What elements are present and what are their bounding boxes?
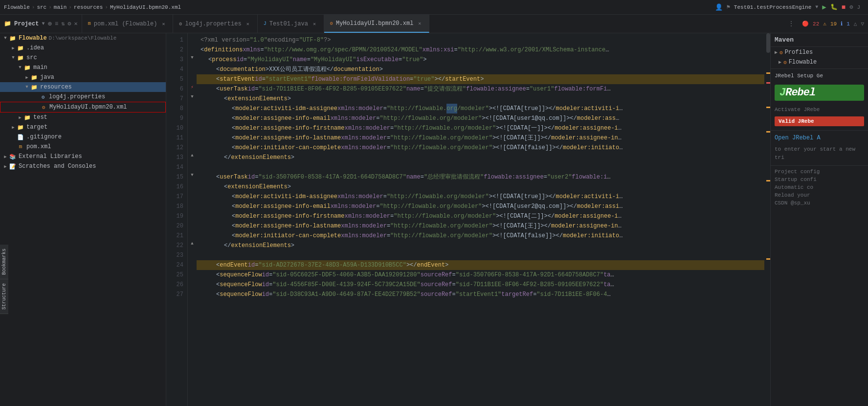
breadcrumb: Flowable › src › main › resources › MyHo… (4, 4, 181, 10)
line-numbers: 1 2 3 4 5 6 7 8 9 10 11 12 13 14 15 16 1… (166, 33, 188, 406)
tree-item-extlibs[interactable]: ▶ 📚 External Libraries (0, 152, 166, 161)
expand-down-btn[interactable]: ▽ (861, 21, 864, 27)
tree-item-log4j[interactable]: ⚙ log4j.properties (0, 92, 166, 102)
bc-src[interactable]: src (37, 4, 46, 10)
bc-resources[interactable]: resources (74, 4, 103, 10)
open-jrebel-link[interactable]: Open JRebel A (771, 133, 868, 143)
tab-close-btn-test[interactable]: ✕ (311, 21, 318, 27)
code-line-16: <extensionElements> (197, 182, 764, 192)
divider-1 (771, 68, 868, 69)
xml-icon: ⚙ (330, 21, 333, 26)
scratches-label: Scratches and Consoles (19, 163, 96, 170)
tab-overflow-btn[interactable]: ⋮ (784, 20, 798, 27)
code-line-22: </extensionElements> (197, 241, 764, 250)
tree-item-gitignore[interactable]: 📄 .gitignore (0, 132, 166, 142)
close-icon[interactable]: ✕ (74, 20, 78, 27)
folder-icon-test: 📁 (23, 113, 31, 121)
tab-myholiday[interactable]: ⚙ MyHolidayUI.bpmn20.xml ✕ (324, 15, 429, 33)
tree-item-myholiday[interactable]: ⚙ MyHolidayUI.bpmn20.xml (0, 102, 166, 113)
run-stop-btn[interactable]: ■ (842, 3, 846, 11)
tab-bar: 📁 Project ▼ ⊕ ≡ ⇅ ⚙ ✕ m pom.xml (Flowabl… (0, 15, 868, 33)
activate-label: Activate JRebe (771, 105, 868, 114)
tab-pom[interactable]: m pom.xml (Flowable) ✕ (82, 15, 174, 33)
file-icon-pom: m (17, 143, 24, 151)
bc-main[interactable]: main (54, 4, 67, 10)
csdn-text: CSDN @sp_xu (771, 199, 868, 207)
tab-close-btn-myholiday[interactable]: ✕ (416, 20, 423, 27)
tree-item-src[interactable]: ▼ 📁 src (0, 53, 166, 63)
code-content[interactable]: <?xml version="1.0" encoding="UTF-8"?> <… (197, 33, 764, 406)
tree-item-resources[interactable]: ▼ 📁 resources (0, 82, 166, 92)
tree-item-pom[interactable]: m pom.xml (0, 142, 166, 152)
code-line-4: <documentation>XXX公司员工请假流程</documentatio… (197, 65, 764, 74)
gitignore-label: .gitignore (26, 134, 62, 140)
expand-up-btn[interactable]: △ (854, 21, 857, 27)
run-config-label[interactable]: Test01.testProcessEngine (734, 4, 811, 10)
divider-3 (771, 165, 868, 166)
code-line-25: <sequenceFlow id="sid-05C6025F-DDF5-4060… (197, 270, 764, 280)
profiles-header[interactable]: ▶ ⚙ Profiles (771, 47, 868, 58)
tab-test01[interactable]: J Test01.java ✕ (258, 15, 324, 33)
project-dropdown[interactable]: ▼ (42, 21, 45, 26)
tree-item-flowable[interactable]: ▼ 📁 Flowable D:\workspace\Flowable (0, 33, 166, 43)
editor-scrollbar[interactable] (764, 33, 770, 406)
right-panel-flowable[interactable]: ▶ ⚙ Flowable (771, 58, 868, 67)
editor-area: 1 2 3 4 5 6 7 8 9 10 11 12 13 14 15 16 1… (166, 33, 770, 406)
automatic-config-label: Automatic co (771, 183, 868, 191)
profiles-label: Profiles (785, 49, 813, 56)
tree-item-target[interactable]: ▶ 📁 target (0, 122, 166, 132)
flowable-path: D:\workspace\Flowable (49, 35, 117, 41)
code-line-20: <modeler:assignee-info-lastname xmlns:mo… (197, 221, 764, 231)
maven-label: Maven (771, 33, 868, 47)
add-icon[interactable]: ⊕ (47, 20, 51, 28)
settings-icon[interactable]: ⚙ (849, 3, 853, 11)
tab-log4j[interactable]: ⚙ log4j.properties ✕ (173, 15, 257, 33)
resources-label: resources (40, 84, 72, 90)
folder-icon-flowable: 📁 (9, 34, 17, 42)
myholiday-label: MyHolidayUI.bpmn20.xml (49, 104, 127, 111)
folder-icon-idea: 📁 (17, 44, 24, 52)
run-play-btn[interactable]: ▶ (822, 3, 826, 11)
user-icon[interactable]: 👤 (715, 3, 723, 11)
run-debug-btn[interactable]: 🐛 (830, 3, 838, 11)
pom-icon: m (88, 21, 91, 26)
sort-icon[interactable]: ⇅ (61, 20, 65, 27)
flag-icon[interactable]: ⚑ (727, 3, 730, 11)
tree-item-idea[interactable]: ▶ 📁 .idea (0, 43, 166, 53)
folder-icon-main: 📁 (23, 64, 31, 71)
file-icon-myholiday: ⚙ (40, 103, 47, 111)
tab-close-btn[interactable]: ✕ (160, 21, 167, 27)
tree-arrow-test: ▶ (17, 114, 23, 121)
jrebel-top-icon[interactable]: J (857, 4, 860, 10)
tree-arrow-java: ▶ (23, 74, 30, 81)
tree-item-scratches[interactable]: ▶ 📝 Scratches and Consoles (0, 161, 166, 171)
src-label: src (26, 54, 37, 61)
tree-arrow-extlibs: ▶ (2, 153, 9, 160)
code-line-9: <modeler:assignee-info-email xmlns:model… (197, 113, 764, 123)
tree-item-test[interactable]: ▶ 📁 test (0, 113, 166, 122)
bc-flowable[interactable]: Flowable (4, 4, 30, 10)
idea-label: .idea (26, 45, 44, 51)
bookmarks-tab[interactable]: Bookmarks (0, 245, 8, 279)
jrebel-setup-label: JRebel Setup Ge (771, 71, 868, 81)
code-line-15: <userTask id="sid-350706F0-8538-417A-92D… (197, 172, 764, 182)
valid-jrebel-btn[interactable]: Valid JRebe (775, 116, 864, 126)
folder-icon-target: 📁 (17, 123, 24, 131)
tree-arrow-src: ▼ (10, 54, 17, 61)
test-label: test (33, 114, 47, 121)
structure-tab[interactable]: Structure (0, 279, 8, 314)
code-line-5: <startEvent id="startEvent1" flowable:fo… (197, 74, 764, 84)
log4j-label: log4j.properties (49, 93, 105, 100)
warning-icon: ⚠ (823, 21, 826, 27)
tab-pom-label: pom.xml (Flowable) (94, 21, 157, 27)
code-line-17: <modeler:activiti-idm-assignee xmlns:mod… (197, 192, 764, 202)
bc-file[interactable]: MyHolidayUI.bpmn20.xml (110, 4, 181, 10)
gear-icon[interactable]: ⚙ (67, 20, 71, 27)
list-icon[interactable]: ≡ (55, 21, 58, 27)
error-indicators: 🔴 22 ⚠ 19 ℹ 1 △ ▽ (798, 21, 868, 27)
tree-item-java[interactable]: ▶ 📁 java (0, 72, 166, 82)
profiles-arrow: ▶ (775, 49, 778, 55)
tree-item-main[interactable]: ▼ 📁 main (0, 63, 166, 72)
tab-close-btn-log4j[interactable]: ✕ (245, 21, 251, 27)
code-line-11: <modeler:assignee-info-lastname xmlns:mo… (197, 133, 764, 143)
